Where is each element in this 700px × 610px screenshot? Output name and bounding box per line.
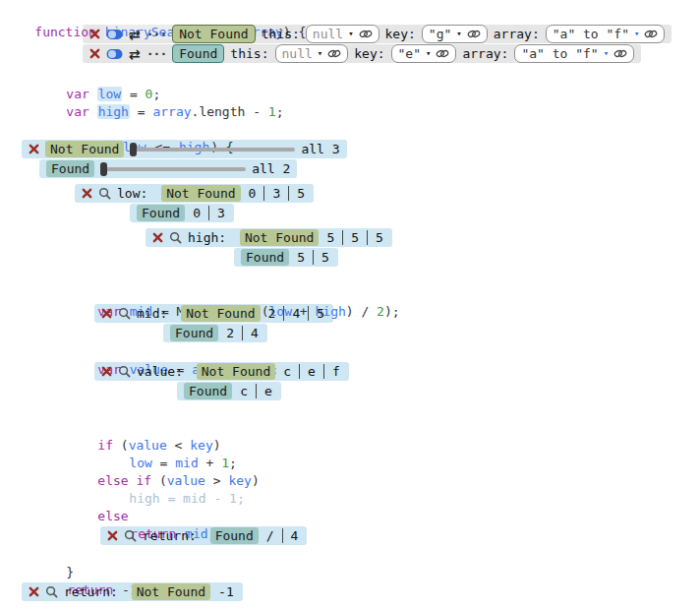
punct: <: [167, 438, 190, 453]
more-options-icon[interactable]: ···: [146, 47, 166, 60]
chevron-down-icon: ▾: [634, 30, 639, 38]
slider-track[interactable]: [132, 148, 295, 152]
array-value-dropdown[interactable]: "a" to "f" ▾: [514, 44, 634, 63]
key-value-dropdown[interactable]: "g" ▾: [422, 25, 488, 43]
magnifier-icon[interactable]: [98, 187, 111, 200]
example-badge-notfound[interactable]: Not Found: [172, 25, 255, 43]
close-icon[interactable]: [89, 29, 100, 39]
value-separator: [313, 250, 314, 265]
this-value-dropdown[interactable]: null ▾: [275, 44, 349, 63]
punct: (: [151, 473, 167, 488]
probe-label: return:: [143, 528, 204, 543]
code-line-close-fn: }: [0, 602, 700, 610]
probe-label: mid:: [137, 306, 175, 321]
loop-slider-row-found: Found all 2: [39, 159, 297, 178]
this-value: null: [282, 46, 313, 61]
this-label: this:: [262, 27, 300, 41]
punct: ): [213, 438, 221, 453]
probe-value: 5: [320, 250, 331, 265]
array-token: array: [152, 104, 191, 119]
example-badge-found: Found: [241, 249, 289, 266]
probe-label: high:: [188, 230, 234, 245]
close-icon[interactable]: [29, 144, 39, 154]
more-options-icon[interactable]: ···: [146, 28, 166, 40]
value-token: value: [129, 438, 167, 453]
punct: );: [384, 304, 400, 319]
punct: =: [152, 456, 175, 470]
iteration-count-label: all 3: [301, 142, 339, 156]
probe-value: 0: [191, 206, 203, 220]
close-icon[interactable]: [107, 530, 118, 541]
var-low-token[interactable]: low: [97, 87, 122, 101]
key-label: key:: [354, 46, 384, 61]
number-literal: 1: [221, 456, 229, 470]
code-line-return-neg1: return -1;: [0, 564, 700, 581]
number-literal: 2: [377, 304, 384, 319]
keyword-else-if: else if: [97, 473, 151, 488]
probe-row-low-notfound: low: Not Found 0 3 5: [75, 184, 314, 203]
code-line-while: while (low <= high) {: [0, 121, 700, 139]
iteration-slider[interactable]: [130, 143, 295, 156]
slider-thumb[interactable]: [130, 143, 137, 156]
example-badge-notfound: Not Found: [45, 141, 124, 157]
swap-arrows-icon[interactable]: ⇄: [129, 47, 141, 61]
toggle-on-icon[interactable]: [106, 29, 123, 40]
slider-thumb[interactable]: [100, 162, 107, 176]
chain-link-icon[interactable]: [436, 48, 449, 59]
chain-link-icon[interactable]: [359, 29, 373, 39]
magnifier-icon[interactable]: [118, 365, 131, 378]
swap-arrows-icon[interactable]: ⇄: [129, 28, 141, 41]
value-separator: [282, 528, 283, 543]
close-icon[interactable]: [29, 586, 39, 597]
array-value: "a" to "f": [553, 27, 629, 41]
magnifier-icon[interactable]: [169, 231, 182, 244]
close-icon[interactable]: [152, 232, 163, 243]
example-badge-found: Found: [137, 205, 185, 221]
chain-link-icon[interactable]: [467, 29, 481, 39]
magnifier-icon[interactable]: [118, 307, 131, 320]
call-widget-row-found: ⇄ ··· Found this: null ▾ key: "e" ▾ arra…: [83, 44, 641, 63]
probe-row-high-found: Found 5 5: [234, 248, 338, 267]
close-icon[interactable]: [101, 308, 112, 319]
code-line-var-mid: var mid = Math.floor((low + high) / 2);: [0, 285, 700, 303]
probe-value: 0: [247, 186, 259, 201]
value-separator: [256, 384, 257, 398]
punct: }: [66, 565, 74, 580]
close-icon[interactable]: [101, 366, 112, 377]
close-icon[interactable]: [82, 188, 92, 199]
chain-link-icon[interactable]: [327, 48, 341, 59]
keyword-if: if: [97, 438, 113, 453]
punct: (: [113, 438, 129, 453]
magnifier-icon[interactable]: [45, 585, 58, 598]
value-token: value: [167, 473, 205, 488]
example-badge-found[interactable]: Found: [172, 44, 224, 63]
chain-link-icon[interactable]: [644, 29, 658, 39]
blank-line: [0, 268, 700, 285]
key-value-dropdown[interactable]: "e" ▾: [391, 44, 457, 63]
keyword-else: else: [97, 509, 128, 523]
magnifier-icon[interactable]: [124, 529, 137, 542]
punct: ) /: [346, 304, 377, 319]
value-separator: [242, 326, 243, 340]
iteration-slider[interactable]: [100, 162, 246, 176]
value-separator: [288, 186, 289, 201]
probe-row-high-notfound: high: Not Found 5 5 5: [146, 228, 392, 247]
probe-value: 5: [374, 230, 385, 245]
unexecuted-code: high = mid - 1;: [129, 491, 244, 506]
example-badge-notfound: Not Found: [161, 185, 240, 202]
array-value-dropdown[interactable]: "a" to "f" ▾: [546, 25, 666, 43]
close-icon[interactable]: [89, 48, 100, 59]
example-badge-notfound: Not Found: [197, 363, 275, 380]
chevron-down-icon: ▾: [604, 49, 609, 58]
example-badge-notfound: Not Found: [132, 583, 210, 600]
probe-value: e: [262, 384, 274, 398]
this-value: null: [313, 27, 343, 41]
probe-label: value:: [137, 364, 191, 379]
var-high-token[interactable]: high: [97, 104, 130, 119]
slider-track[interactable]: [102, 167, 246, 171]
probe-row-low-found: Found 0 3: [130, 204, 234, 222]
chain-link-icon[interactable]: [613, 48, 627, 59]
toggle-on-icon[interactable]: [106, 48, 123, 60]
probe-value: 2: [266, 306, 278, 321]
this-value-dropdown[interactable]: null ▾: [306, 25, 379, 43]
